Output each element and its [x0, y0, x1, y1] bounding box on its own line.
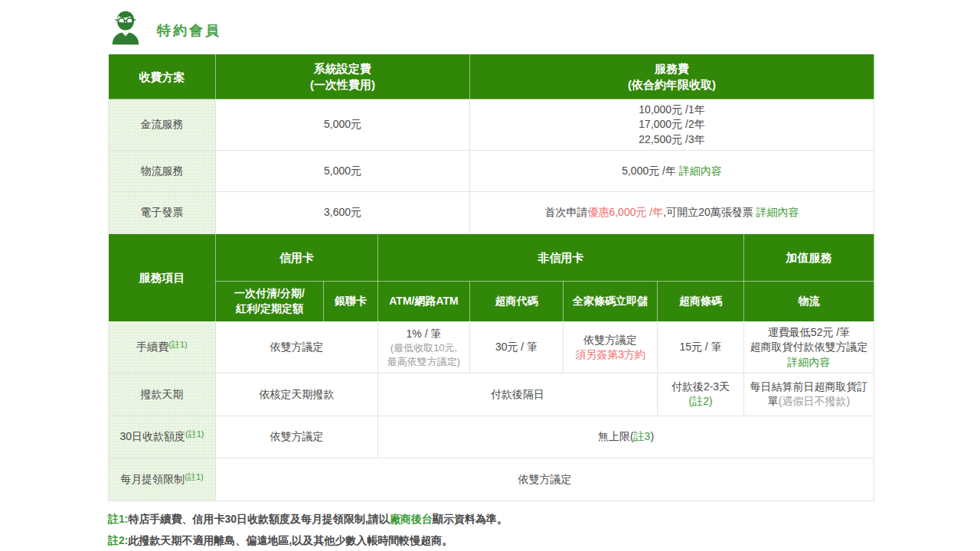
handling-fee-cvs-barcode: 15元 / 筆	[658, 321, 744, 373]
payout-logistics-note: (遇假日不撥款)	[779, 395, 850, 407]
footnote-2-prefix: 註2:	[108, 534, 128, 546]
service-header-row: 服務項目 信用卡 非信用卡 加值服務	[109, 233, 874, 281]
cashflow-service-fees: 10,000元 /1年 17,000元 /2年 22,500元 /3年	[470, 99, 874, 151]
cashflow-service-fee-3y: 22,500元 /3年	[475, 132, 869, 147]
subheader-credit-types-line2: 紅利/定期定額	[220, 302, 318, 317]
header-service-item: 服務項目	[109, 233, 216, 321]
subheader-logistics: 物流	[744, 281, 874, 321]
handling-fee-family-cell: 依雙方議定 須另簽第3方約	[564, 321, 658, 373]
payout-noncredit: 付款後隔日	[378, 373, 658, 416]
payout-cvs-barcode-note-ref: (註2)	[662, 394, 739, 409]
logistics-label: 物流服務	[109, 150, 216, 191]
page: 特約會員 收費方案 系統設定費 (一次性費用) 服務費 (依合約年限收取) 金流…	[0, 0, 980, 551]
logistics-service-fee: 5,000元 /年	[622, 165, 679, 177]
row-einvoice: 電子發票 3,600元 首次申請優惠6,000元 /年,可開立20萬張發票 詳細…	[109, 191, 874, 233]
handling-fee-credit: 依雙方議定	[216, 321, 378, 373]
footnote-1-text-after: 顯示資料為準。	[433, 513, 508, 525]
handling-fee-atm-note1: (最低收取10元,	[383, 341, 465, 355]
payout-period-label: 撥款天期	[109, 373, 216, 416]
logistics-setup-fee: 5,000元	[216, 150, 470, 191]
handling-fee-note-ref: (註1)	[168, 340, 187, 349]
header-setup-fee-line1: 系統設定費	[220, 60, 465, 77]
einvoice-service-fee-cell: 首次申請優惠6,000元 /年,可開立20萬張發票 詳細內容	[470, 191, 874, 233]
handling-fee-atm: 1% / 筆	[383, 327, 465, 341]
einvoice-setup-fee: 3,600元	[216, 191, 470, 233]
footnote-2-text: 此撥款天期不適用離島、偏遠地區,以及其他少數入帳時間較慢超商。	[128, 534, 452, 546]
cashflow-setup-fee: 5,000元	[216, 99, 470, 151]
cashflow-service-fee-2y: 17,000元 /2年	[475, 117, 869, 132]
limit-others-cell: 無上限(註3)	[378, 416, 874, 458]
header-value-added: 加值服務	[744, 233, 874, 281]
withdraw-label: 每月提領限制	[120, 473, 185, 485]
cashflow-service-fee-1y: 10,000元 /1年	[475, 103, 869, 117]
subheader-credit-types-line1: 一次付清/分期/	[220, 286, 318, 302]
row-cashflow: 金流服務 5,000元 10,000元 /1年 17,000元 /2年 22,5…	[109, 99, 874, 151]
cashflow-label: 金流服務	[109, 99, 216, 151]
handling-fee-cvs-code: 30元 / 筆	[470, 321, 564, 373]
row-30day-limit: 30日收款額度(註1) 依雙方議定 無上限(註3)	[109, 416, 874, 458]
einvoice-service-prefix: 首次申請	[544, 206, 587, 218]
footnote-1-prefix: 註1:	[108, 513, 128, 525]
pricing-header-row: 收費方案 系統設定費 (一次性費用) 服務費 (依合約年限收取)	[109, 54, 874, 99]
subheader-unionpay: 銀聯卡	[324, 281, 378, 321]
header-plan: 收費方案	[109, 54, 216, 99]
footnote-1: 註1:特店手續費、信用卡30日收款額度及每月提領限制,請以廠商後台顯示資料為準。	[108, 512, 881, 526]
handling-fee-family-warning: 須另簽第3方約	[568, 347, 652, 362]
row-payout-period: 撥款天期 依核定天期撥款 付款後隔日 付款後2-3天 (註2) 每日結算前日超商…	[109, 373, 874, 416]
handling-fee-logistics-cell: 運費最低52元 /筆 超商取貨付款依雙方議定 詳細內容	[744, 321, 874, 373]
einvoice-promo-price: 優惠6,000元 /年	[587, 206, 663, 218]
subheader-cvs-code: 超商代碼	[470, 281, 564, 321]
row-handling-fee: 手續費(註1) 依雙方議定 1% / 筆 (最低收取10元, 最高依雙方議定) …	[109, 321, 874, 373]
limit-label: 30日收款額度	[119, 430, 185, 442]
header-service-fee: 服務費 (依合約年限收取)	[470, 54, 874, 99]
handling-fee-logistics-line2: 超商取貨付款依雙方議定	[747, 340, 871, 354]
header-non-credit-card: 非信用卡	[378, 233, 744, 281]
einvoice-service-suffix: ,可開立20萬張發票	[663, 206, 756, 218]
logistics-detail-link[interactable]: 詳細內容	[679, 165, 722, 177]
header-service-fee-line2: (依合約年限收取)	[475, 77, 869, 93]
limit-note-ref: (註1)	[185, 429, 204, 439]
einvoice-detail-link[interactable]: 詳細內容	[756, 206, 799, 218]
subheader-family-barcode: 全家條碼立即儲	[564, 281, 658, 321]
withdraw-note-ref: (註1)	[185, 472, 203, 481]
logistics-service-fee-cell: 5,000元 /年 詳細內容	[470, 150, 874, 191]
header-credit-card: 信用卡	[216, 233, 378, 281]
row-logistics: 物流服務 5,000元 5,000元 /年 詳細內容	[109, 150, 874, 191]
header-service-fee-line1: 服務費	[475, 60, 869, 77]
payout-logistics-cell: 每日結算前日超商取貨訂單(遇假日不撥款)	[744, 373, 874, 416]
header-setup-fee: 系統設定費 (一次性費用)	[216, 54, 470, 99]
row-monthly-withdraw-limit: 每月提領限制(註1) 依雙方議定	[109, 458, 874, 500]
withdraw-label-cell: 每月提領限制(註1)	[109, 458, 216, 500]
handling-fee-logistics-line1: 運費最低52元 /筆	[747, 325, 871, 340]
payout-cvs-barcode: 付款後2-3天	[662, 380, 739, 394]
payout-credit: 依核定天期撥款	[216, 373, 378, 416]
handling-fee-logistics-detail-link[interactable]: 詳細內容	[788, 356, 831, 368]
withdraw-value: 依雙方議定	[216, 458, 874, 500]
handling-fee-label: 手續費	[136, 341, 168, 353]
subheader-atm: ATM/網路ATM	[378, 281, 470, 321]
payout-cvs-barcode-cell: 付款後2-3天 (註2)	[658, 373, 744, 416]
subheader-credit-types: 一次付清/分期/ 紅利/定期定額	[216, 281, 324, 321]
limit-credit: 依雙方議定	[216, 416, 378, 458]
handling-fee-label-cell: 手續費(註1)	[109, 321, 216, 373]
merchant-backend-link[interactable]: 廠商後台	[390, 513, 433, 525]
service-subheader-row: 一次付清/分期/ 紅利/定期定額 銀聯卡 ATM/網路ATM 超商代碼 全家條碼…	[109, 281, 874, 321]
footnote-2: 註2:此撥款天期不適用離島、偏遠地區,以及其他少數入帳時間較慢超商。	[108, 533, 881, 547]
limit-others: 無上限(	[598, 430, 634, 442]
page-title: 特約會員	[157, 15, 221, 40]
handling-fee-family: 依雙方議定	[568, 333, 652, 347]
einvoice-label: 電子發票	[109, 191, 216, 233]
member-avatar-icon	[108, 9, 143, 46]
handling-fee-atm-cell: 1% / 筆 (最低收取10元, 最高依雙方議定)	[378, 321, 470, 373]
limit-others-note-ref: 註3	[634, 430, 651, 442]
page-header: 特約會員	[108, 6, 980, 49]
footnote-1-text-before: 特店手續費、信用卡30日收款額度及每月提領限制,請以	[128, 513, 389, 525]
footnotes: 註1:特店手續費、信用卡30日收款額度及每月提領限制,請以廠商後台顯示資料為準。…	[108, 512, 881, 551]
handling-fee-atm-note2: 最高依雙方議定)	[383, 355, 465, 369]
membership-pricing-table: 收費方案 系統設定費 (一次性費用) 服務費 (依合約年限收取) 金流服務 5,…	[108, 54, 874, 501]
subheader-cvs-barcode: 超商條碼	[658, 281, 744, 321]
header-setup-fee-line2: (一次性費用)	[220, 77, 465, 93]
limit-label-cell: 30日收款額度(註1)	[109, 416, 216, 458]
limit-others-close: )	[650, 430, 654, 442]
